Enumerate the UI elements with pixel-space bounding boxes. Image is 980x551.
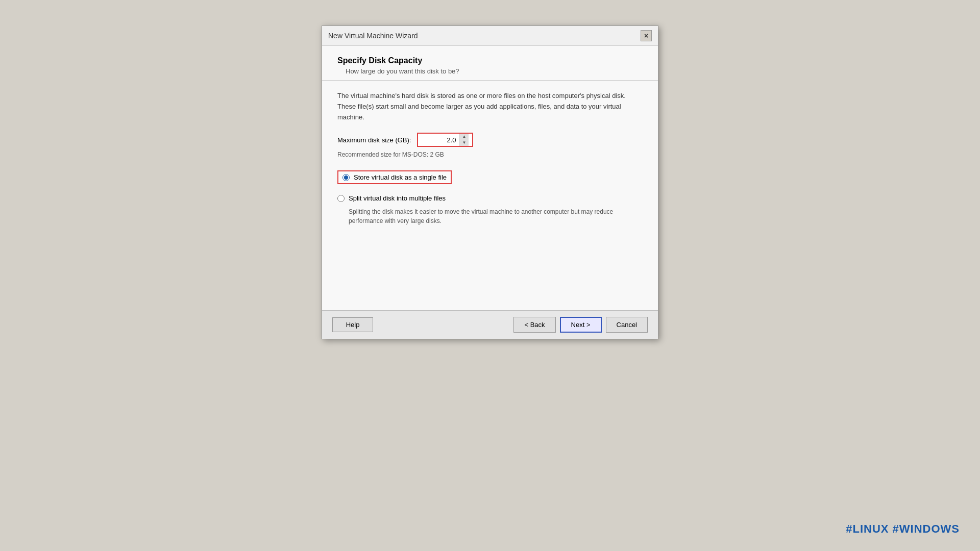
spinner-down-button[interactable]: ▼ <box>459 140 469 146</box>
single-file-label: Store virtual disk as a single file <box>354 173 447 181</box>
back-button[interactable]: < Back <box>513 317 555 333</box>
page-title: Specify Disk Capacity <box>337 56 643 65</box>
help-button[interactable]: Help <box>332 317 373 332</box>
next-button[interactable]: Next > <box>560 317 602 333</box>
disk-size-label: Maximum disk size (GB): <box>337 136 411 144</box>
dialog-body: The virtual machine's hard disk is store… <box>322 81 658 310</box>
single-file-option-container: Store virtual disk as a single file <box>337 170 643 189</box>
recommended-text: Recommended size for MS-DOS: 2 GB <box>337 151 643 158</box>
dialog-footer: Help < Back Next > Cancel <box>322 310 658 339</box>
hashtag-label: #LINUX #WINDOWS <box>846 522 960 536</box>
spinner-buttons: ▲ ▼ <box>459 134 469 146</box>
spinner-up-button[interactable]: ▲ <box>459 134 469 140</box>
multiple-files-label: Split virtual disk into multiple files <box>349 194 446 202</box>
footer-right: < Back Next > Cancel <box>513 317 648 333</box>
single-file-radio[interactable] <box>342 174 350 181</box>
disk-size-row: Maximum disk size (GB): ▲ ▼ <box>337 133 643 147</box>
dialog-window: New Virtual Machine Wizard × Specify Dis… <box>322 26 658 339</box>
dialog-header: Specify Disk Capacity How large do you w… <box>322 46 658 81</box>
disk-size-input-wrapper: ▲ ▼ <box>417 133 473 147</box>
cancel-button[interactable]: Cancel <box>606 317 648 333</box>
multiple-files-radio-label[interactable]: Split virtual disk into multiple files <box>337 194 643 202</box>
multiple-files-radio[interactable] <box>337 195 345 202</box>
description-text: The virtual machine's hard disk is store… <box>337 91 643 122</box>
disk-size-input[interactable] <box>418 134 459 146</box>
dialog-title: New Virtual Machine Wizard <box>328 32 418 40</box>
close-button[interactable]: × <box>641 30 652 41</box>
title-bar: New Virtual Machine Wizard × <box>322 26 658 46</box>
single-file-radio-label[interactable]: Store virtual disk as a single file <box>337 170 452 184</box>
footer-left: Help <box>332 317 373 332</box>
page-subtitle: How large do you want this disk to be? <box>346 67 643 75</box>
multiple-files-option-container: Split virtual disk into multiple files S… <box>337 194 643 226</box>
multiple-files-description: Splitting the disk makes it easier to mo… <box>349 207 643 226</box>
